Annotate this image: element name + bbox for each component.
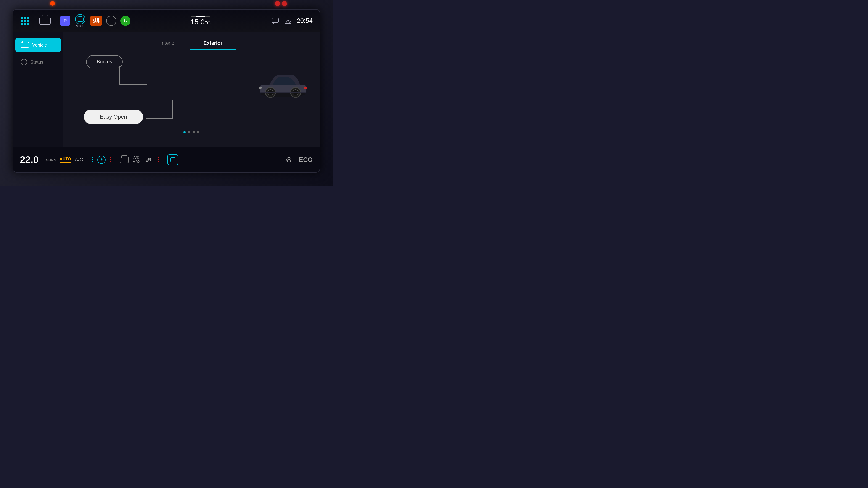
vent-icon: [285, 156, 293, 163]
clima-label: CLIMA: [46, 158, 56, 162]
assist-icon: [75, 14, 85, 24]
parking-label: P: [63, 18, 67, 24]
cyan-dots[interactable]: [91, 156, 94, 163]
ac-max-button[interactable]: A/C MAX: [132, 156, 141, 164]
dot-2: [188, 131, 190, 133]
mode-label: MODE: [93, 21, 100, 24]
cabin-temp-display: 22.0: [20, 154, 39, 165]
cruise-control-button[interactable]: C: [120, 16, 130, 26]
temp-unit: °C: [205, 20, 211, 26]
dot-red-5: [158, 159, 159, 160]
cruise-label: C: [124, 18, 127, 23]
chat-icon: [272, 18, 279, 24]
car-visualization: Brakes: [63, 51, 319, 138]
ac-label[interactable]: A/C: [75, 157, 83, 163]
car-svg: [256, 62, 310, 99]
right-content: Interior Exterior Brakes: [63, 32, 319, 147]
screen-bezel: P ASSIST MODE +: [12, 9, 320, 172]
bottom-divider-6: [296, 154, 296, 165]
defrost-button[interactable]: [144, 156, 153, 164]
car-side-view: [256, 62, 310, 99]
eco-label: ECO: [299, 156, 313, 163]
seat-button[interactable]: [167, 154, 178, 165]
dot-red-1: [110, 157, 111, 158]
temperature-display: 15.0 °C: [134, 15, 267, 26]
add-icon: +: [110, 18, 113, 24]
page-dots: [183, 131, 199, 133]
tabs-bar: Interior Exterior: [63, 32, 319, 50]
temp-bar: [191, 16, 210, 17]
svg-rect-11: [259, 87, 261, 89]
red-dots-right[interactable]: [157, 156, 160, 163]
divider-2: [56, 16, 56, 25]
main-content: Vehicle i Status Interior Exterior: [13, 32, 319, 147]
sidebar: Vehicle i Status: [13, 32, 63, 147]
mode-bars-icon: [93, 18, 99, 21]
ac-max-label: A/C: [133, 156, 140, 160]
defrost-icon: [145, 157, 152, 163]
svg-rect-0: [272, 18, 278, 23]
dot-cyan-1: [92, 157, 93, 158]
brakes-connector-horizontal: [120, 84, 147, 85]
traffic-lights-right: [275, 1, 287, 6]
brakes-button[interactable]: Brakes: [86, 55, 123, 68]
mode-button[interactable]: MODE: [90, 16, 102, 26]
status-bar: P ASSIST MODE +: [13, 9, 319, 32]
chat-button[interactable]: [271, 17, 280, 25]
dot-1: [183, 131, 186, 133]
dot-cyan-2: [92, 159, 93, 160]
svg-rect-14: [170, 158, 175, 162]
dot-red-6: [158, 161, 159, 162]
time-display: 20:54: [297, 17, 313, 25]
sidebar-vehicle-label: Vehicle: [32, 42, 47, 48]
parking-button[interactable]: P: [60, 16, 70, 26]
traffic-red-2: [282, 1, 287, 6]
sidebar-item-status[interactable]: i Status: [15, 55, 61, 69]
dot-red-4: [158, 157, 159, 158]
easy-open-connector-vertical: [173, 100, 173, 119]
dot-4: [197, 131, 199, 133]
grid-icon: [21, 17, 29, 25]
auto-label[interactable]: AUTO: [60, 157, 71, 163]
seat-icon: [170, 157, 176, 163]
ac-max-sub-label: MAX: [132, 160, 141, 164]
assist-button[interactable]: ASSIST: [74, 13, 86, 28]
easy-open-button[interactable]: Easy Open: [84, 109, 143, 124]
traffic-red-1: [275, 1, 280, 6]
sidebar-info-icon: i: [21, 59, 27, 65]
sidebar-item-vehicle[interactable]: Vehicle: [15, 38, 61, 52]
add-button[interactable]: +: [106, 16, 116, 26]
grid-menu-button[interactable]: [20, 16, 30, 26]
svg-rect-12: [260, 92, 306, 93]
bottom-divider-1: [42, 154, 42, 165]
red-dots-left[interactable]: [109, 156, 112, 163]
signal-button[interactable]: [284, 17, 292, 25]
car-top-icon: [39, 17, 51, 25]
car-top-button[interactable]: [38, 16, 52, 26]
tab-interior[interactable]: Interior: [147, 37, 190, 50]
bottom-divider-4: [163, 154, 164, 165]
assist-label: ASSIST: [75, 25, 85, 27]
divider-1: [34, 16, 34, 25]
tab-exterior[interactable]: Exterior: [190, 37, 236, 50]
sidebar-status-label: Status: [30, 60, 43, 65]
dot-cyan-3: [92, 161, 93, 162]
dot-3: [192, 131, 195, 133]
dot-red-2: [110, 159, 111, 160]
bottom-bar: 22.0 CLIMA AUTO A/C: [13, 147, 319, 172]
dot-red-3: [110, 161, 111, 162]
easy-open-connector-horizontal: [146, 118, 173, 119]
brakes-connector-vertical: [120, 66, 120, 85]
traffic-light-left: [50, 1, 55, 6]
signal-icon: [285, 18, 292, 24]
fan-button[interactable]: [97, 156, 105, 164]
fan-icon: [99, 157, 104, 162]
svg-rect-10: [304, 87, 307, 89]
car-frame: P ASSIST MODE +: [0, 0, 333, 186]
sidebar-vehicle-icon: [21, 42, 29, 48]
temp-value: 15.0: [190, 18, 205, 26]
car-bottom-icon[interactable]: [120, 157, 129, 163]
